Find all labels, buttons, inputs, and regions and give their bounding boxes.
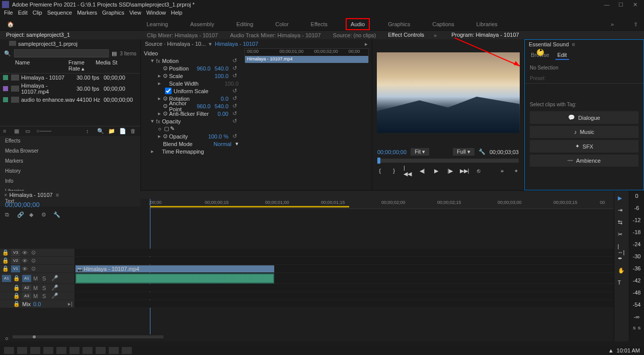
lock-icon[interactable]: 🔒 xyxy=(13,285,20,291)
razor-icon[interactable]: ✂ xyxy=(618,231,626,239)
ec-target[interactable]: Himalaya - 10107 xyxy=(215,41,258,47)
ec-time-remap[interactable]: ▸Time Remapping xyxy=(144,148,238,155)
timeline-ruler[interactable]: ;00;00 00;00;00;15 00;00;01;00 00;00;01;… xyxy=(149,199,614,209)
snap-icon[interactable]: ⧉ xyxy=(5,211,12,219)
find-icon[interactable]: 🔍 xyxy=(97,128,104,135)
taskbar-app-icon[interactable] xyxy=(96,347,106,354)
track-target[interactable]: A3 xyxy=(22,293,31,300)
ec-motion[interactable]: ▾fxMotion↺ xyxy=(144,57,238,64)
list-view-icon[interactable]: ≡ xyxy=(3,128,10,135)
video-clip[interactable]: 📷 Himalaya - 10107.mp4 xyxy=(75,265,274,272)
panel-history[interactable]: History xyxy=(0,166,140,176)
tab-effect-controls[interactable]: Effect Controls xyxy=(382,30,430,40)
freeform-icon[interactable]: ▭ xyxy=(25,128,32,135)
wrench-icon[interactable]: 🔧 xyxy=(53,211,60,219)
ess-sfx-button[interactable]: ✦SFX xyxy=(530,140,638,153)
menu-help[interactable]: Help xyxy=(171,10,183,16)
ws-audio[interactable]: Audio xyxy=(346,18,370,30)
ws-graphics[interactable]: Graphics xyxy=(384,19,414,29)
menu-sequence[interactable]: Sequence xyxy=(47,10,72,16)
slip-icon[interactable]: |↔| xyxy=(618,243,626,251)
panel-effects[interactable]: Effects xyxy=(0,136,140,146)
panel-menu-icon[interactable]: ≡ xyxy=(572,41,575,47)
source-patch[interactable]: A1 xyxy=(2,275,11,282)
sync-lock-icon[interactable]: ⊙ xyxy=(31,257,38,264)
search-icon[interactable]: 🔍 xyxy=(4,50,11,57)
sort-icon[interactable]: ↕ xyxy=(86,128,93,135)
taskbar-app-icon[interactable] xyxy=(4,347,14,354)
solo-icon[interactable]: S xyxy=(42,275,49,281)
tab-audio-track-mixer[interactable]: Audio Track Mixer: Himalaya - 10107 xyxy=(224,31,327,40)
mix-value[interactable]: 0.0 xyxy=(33,301,41,307)
type-icon[interactable]: T xyxy=(618,279,626,288)
project-row[interactable]: audio to enhance.wav 44100 Hz 00;00;00;0… xyxy=(0,96,140,104)
uniform-checkbox[interactable] xyxy=(165,88,172,94)
lock-icon[interactable]: 🔒 xyxy=(13,275,20,281)
mute-icon[interactable]: M xyxy=(33,275,40,281)
ws-learning[interactable]: Learning xyxy=(142,19,172,29)
solo-icon[interactable]: S xyxy=(42,285,49,291)
prog-zoom[interactable]: Fit ▾ xyxy=(411,148,429,156)
button-editor-icon[interactable]: + xyxy=(512,167,521,175)
menu-file[interactable]: File xyxy=(4,10,13,16)
menu-graphics[interactable]: Graphics xyxy=(102,10,124,16)
project-row[interactable]: Himalaya - 10107.mp4 30.00 fps 00;00;00 xyxy=(0,82,140,96)
tab-program[interactable]: Program: Himalaya - 10107 xyxy=(445,30,525,40)
taskbar-app-icon[interactable] xyxy=(17,347,27,354)
menu-edit[interactable]: Edit xyxy=(18,10,28,16)
audio-clip[interactable] xyxy=(75,273,274,283)
panel-menu-icon[interactable]: ≡ xyxy=(56,192,59,198)
close-button[interactable]: ✕ xyxy=(628,0,642,9)
lock-icon[interactable]: 🔒 xyxy=(13,301,20,307)
menu-markers[interactable]: Markers xyxy=(77,10,97,16)
menu-clip[interactable]: Clip xyxy=(33,10,42,16)
share-icon[interactable]: ⇪ xyxy=(633,21,638,28)
go-to-out-icon[interactable]: ▶▶| xyxy=(460,167,469,175)
voice-icon[interactable]: 🎤 xyxy=(51,293,58,299)
solo-icon[interactable]: S xyxy=(42,293,49,299)
taskbar-app-icon[interactable] xyxy=(30,347,40,354)
menu-window[interactable]: Window xyxy=(146,10,166,16)
track-target[interactable]: V3 xyxy=(11,249,20,256)
mute-icon[interactable]: M xyxy=(33,285,40,291)
ec-anchor[interactable]: ⊙Anchor Point960.0540.0↺ xyxy=(144,102,238,110)
voice-icon[interactable]: 🎤 xyxy=(51,275,58,281)
track-target[interactable]: V1 xyxy=(11,265,20,272)
work-area-bar[interactable] xyxy=(150,206,349,207)
marker-icon[interactable]: ◆ xyxy=(29,211,36,219)
ripple-edit-icon[interactable]: ⇆ xyxy=(618,219,626,227)
linked-icon[interactable]: 🔗 xyxy=(17,211,24,219)
ess-tab-edit[interactable]: Edit xyxy=(555,51,569,60)
export-frame-icon[interactable]: » xyxy=(498,167,507,175)
toggle-output-icon[interactable]: 👁 xyxy=(22,266,29,272)
overflow-icon[interactable]: » xyxy=(611,21,614,27)
step-forward-icon[interactable]: |▶ xyxy=(446,167,455,175)
prog-scrubber[interactable] xyxy=(377,159,519,163)
lock-icon[interactable]: 🔒 xyxy=(13,293,20,299)
maximize-button[interactable]: ☐ xyxy=(614,0,628,9)
lock-icon[interactable]: 🔒 xyxy=(2,257,9,264)
overflow-icon[interactable]: » xyxy=(430,32,440,38)
ec-masks[interactable]: ○▢✎ xyxy=(144,125,238,132)
sequence-name[interactable]: Himalaya - 10107 xyxy=(9,192,52,198)
go-to-in-icon[interactable]: |◀◀ xyxy=(404,167,413,175)
ec-antiflicker[interactable]: ▸⊙Anti-flicker Filter0.00↺ xyxy=(144,110,238,117)
ec-source[interactable]: Source · Himalaya - 10... xyxy=(145,41,206,47)
col-rate[interactable]: Frame Rate ▴ xyxy=(68,59,96,72)
col-start[interactable]: Media St xyxy=(96,59,119,72)
track-target[interactable]: A2 xyxy=(22,285,31,292)
tab-clip-mixer[interactable]: Clip Mixer: Himalaya - 10107 xyxy=(141,31,224,40)
track-target[interactable]: V2 xyxy=(11,257,20,264)
ws-captions[interactable]: Captions xyxy=(428,19,458,29)
mark-out-icon[interactable]: } xyxy=(389,167,398,175)
lift-icon[interactable]: ⎋ xyxy=(474,167,483,175)
toggle-output-icon[interactable]: 👁 xyxy=(22,250,29,256)
taskbar-app-icon[interactable] xyxy=(83,347,93,354)
prog-quality[interactable]: Full ▾ xyxy=(453,148,474,156)
panel-markers[interactable]: Markers xyxy=(0,156,140,166)
ec-position[interactable]: ⊙Position960.0540.0↺ xyxy=(144,64,238,72)
sync-lock-icon[interactable]: ⊙ xyxy=(31,265,38,272)
new-bin-icon[interactable]: 📁 xyxy=(108,128,115,135)
filter-icon[interactable]: ▤ xyxy=(112,50,117,57)
timeline-zoom-scroll[interactable] xyxy=(13,335,164,338)
